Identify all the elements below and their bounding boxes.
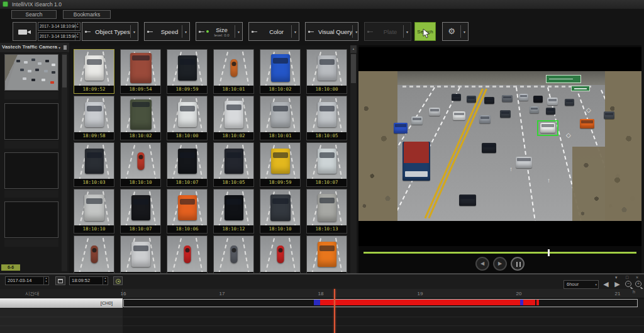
result-cell[interactable] bbox=[306, 235, 347, 273]
scroll-up-icon[interactable]: ▲ bbox=[350, 45, 357, 53]
result-cell[interactable]: 18:10:10 bbox=[260, 189, 301, 234]
filter-label: Speed bbox=[161, 28, 178, 35]
zoom-out-icon[interactable]: − bbox=[625, 281, 631, 287]
camera-thumbnail-label bbox=[4, 92, 58, 99]
result-cell[interactable]: 18:10:10 bbox=[120, 142, 161, 187]
result-cell[interactable]: 18:10:13 bbox=[306, 189, 347, 234]
zoom-in-icon[interactable]: + bbox=[635, 281, 641, 287]
result-cell[interactable]: 18:09:54 bbox=[120, 49, 161, 94]
camera-slot-empty[interactable] bbox=[4, 152, 58, 189]
chevron-down-icon[interactable]: ▾ bbox=[404, 30, 411, 34]
result-cell[interactable]: 18:10:07 bbox=[120, 189, 161, 234]
filter-dropdown[interactable]: Object Types ▾ bbox=[82, 22, 138, 41]
vehicle bbox=[546, 108, 555, 115]
spinner-icon[interactable]: ▲▼ bbox=[103, 277, 108, 285]
result-cell[interactable] bbox=[74, 235, 114, 273]
camera-slot-empty[interactable] bbox=[4, 103, 58, 140]
camera-sidebar-header[interactable]: Vastech Traffic Camera ▾ bbox=[0, 43, 69, 52]
result-cell[interactable]: 18:10:00 bbox=[167, 96, 208, 140]
result-cell[interactable]: 18:09:58 bbox=[74, 96, 114, 140]
search-nav-button[interactable]: Search bbox=[11, 10, 57, 19]
video-progress-bar[interactable] bbox=[364, 252, 636, 254]
channel-row[interactable]: [CH0] bbox=[0, 298, 644, 308]
result-cell[interactable]: 18:10:03 bbox=[74, 142, 114, 187]
grid-scrollbar[interactable]: ▲ bbox=[350, 45, 357, 273]
go-to-time-button[interactable] bbox=[113, 276, 123, 285]
pin-icon[interactable] bbox=[64, 45, 67, 50]
spinner-icon[interactable]: ▲▼ bbox=[75, 33, 80, 40]
grid-scrollbar-thumb[interactable] bbox=[351, 54, 356, 83]
chevron-down-icon[interactable]: ▾ bbox=[72, 23, 74, 30]
trees bbox=[572, 147, 641, 221]
chevron-down-icon[interactable]: ▾ bbox=[72, 33, 74, 40]
filter-dropdown[interactable]: Visual Query ▾ bbox=[305, 22, 358, 41]
chevron-down-icon[interactable]: ▾ bbox=[235, 30, 242, 34]
timeline-ruler[interactable]: 시간대 161718192021 h bbox=[0, 289, 644, 298]
result-cell[interactable]: 18:10:01 bbox=[213, 49, 254, 94]
chevron-down-icon[interactable]: ▾ bbox=[58, 45, 60, 50]
timeline-prev-button[interactable]: ◀ bbox=[601, 279, 611, 289]
chevron-down-icon[interactable]: ▾ bbox=[131, 30, 138, 34]
result-cell[interactable]: 18:10:07 bbox=[167, 142, 208, 187]
pause-button[interactable] bbox=[511, 257, 525, 271]
filter-dropdown[interactable]: Size level: 0.0 ▾ bbox=[196, 22, 243, 41]
camera-thumbnail[interactable] bbox=[4, 54, 58, 91]
result-cell[interactable]: 18:10:02 bbox=[120, 96, 161, 140]
result-cell[interactable]: 18:10:02 bbox=[213, 96, 254, 140]
step-forward-button[interactable]: ▶ bbox=[493, 257, 507, 271]
result-cell[interactable] bbox=[167, 235, 208, 273]
filter-dropdown[interactable]: Speed ▾ bbox=[144, 22, 190, 41]
result-cell[interactable]: 18:10:12 bbox=[213, 189, 254, 234]
result-cell[interactable]: 18:10:01 bbox=[260, 96, 301, 140]
time-from-field[interactable]: 2017- 3-14 18:10:00 ▾ ▲▼ bbox=[38, 22, 80, 31]
chevron-down-icon[interactable]: ▾ bbox=[292, 30, 299, 34]
result-thumbnail bbox=[74, 236, 114, 272]
step-back-button[interactable]: ◀ bbox=[475, 257, 489, 271]
spinner-icon[interactable]: ▲▼ bbox=[75, 23, 80, 30]
timeline-scale-dropdown[interactable]: 6hour ▾ bbox=[564, 280, 599, 289]
float-panel-icon[interactable]: □ bbox=[626, 275, 628, 279]
result-cell[interactable]: 18:09:59 bbox=[260, 142, 301, 187]
sidebar-count-badge: 6-6 bbox=[1, 264, 20, 271]
settings-button[interactable]: ⚙ ▾ bbox=[442, 22, 469, 41]
chevron-down-icon[interactable]: ▾ bbox=[182, 30, 189, 34]
result-thumbnail bbox=[167, 236, 207, 272]
vehicle bbox=[565, 99, 574, 106]
timeline-next-button[interactable]: ▶ bbox=[613, 279, 622, 289]
vehicle-image bbox=[271, 102, 290, 127]
result-cell[interactable]: 18:10:07 bbox=[306, 142, 347, 187]
vehicle bbox=[459, 195, 476, 206]
sidebar-scrollbar[interactable] bbox=[62, 54, 67, 271]
app-window: IntelliVIX iSearch 1.0 Search Bookmarks … bbox=[0, 0, 644, 333]
result-cell[interactable]: 18:09:52 bbox=[74, 49, 114, 94]
hour-label: 16 bbox=[121, 291, 126, 296]
timeline-playhead[interactable] bbox=[334, 289, 335, 333]
result-cell[interactable]: 18:10:00 bbox=[306, 49, 347, 94]
camera-select-button[interactable] bbox=[13, 22, 36, 41]
result-cell[interactable] bbox=[213, 235, 254, 273]
calendar-button[interactable] bbox=[55, 276, 65, 285]
spinner-icon[interactable]: ▲▼ bbox=[43, 277, 48, 285]
timeline-date-field[interactable]: 2017-03-14 ▲▼ bbox=[5, 276, 49, 285]
result-cell[interactable]: 18:10:05 bbox=[306, 96, 347, 140]
result-cell[interactable]: 18:10:10 bbox=[74, 189, 114, 234]
result-cell[interactable]: 18:09:59 bbox=[167, 49, 208, 94]
channel-label[interactable]: [CH0] bbox=[0, 298, 123, 308]
chevron-down-icon[interactable]: ▾ bbox=[353, 30, 360, 34]
filter-dropdown[interactable]: Color ▾ bbox=[248, 22, 299, 41]
progress-marker[interactable] bbox=[548, 249, 550, 256]
bookmarks-nav-button[interactable]: Bookmarks bbox=[63, 10, 111, 19]
camera-slot-empty[interactable] bbox=[4, 201, 58, 238]
filter-dropdown[interactable]: Plate ▾ bbox=[364, 22, 411, 41]
filter-dropdowns: Object Types ▾ Speed ▾ Size bbox=[82, 22, 411, 41]
sidebar-scrollbar-thumb[interactable] bbox=[62, 55, 67, 87]
time-to-field[interactable]: 2017- 3-14 18:15:00 ▾ ▲▼ bbox=[38, 32, 80, 41]
result-cell[interactable] bbox=[120, 235, 161, 273]
chevron-down-icon[interactable]: ▾ bbox=[461, 30, 468, 34]
result-cell[interactable]: 18:10:02 bbox=[260, 49, 301, 94]
result-cell[interactable]: 18:10:06 bbox=[167, 189, 208, 234]
timeline-time-field[interactable]: 18:09:52 ▲▼ bbox=[69, 276, 108, 285]
close-icon[interactable]: × bbox=[636, 275, 638, 279]
result-cell[interactable]: 18:10:05 bbox=[213, 142, 254, 187]
result-cell[interactable] bbox=[260, 235, 301, 273]
